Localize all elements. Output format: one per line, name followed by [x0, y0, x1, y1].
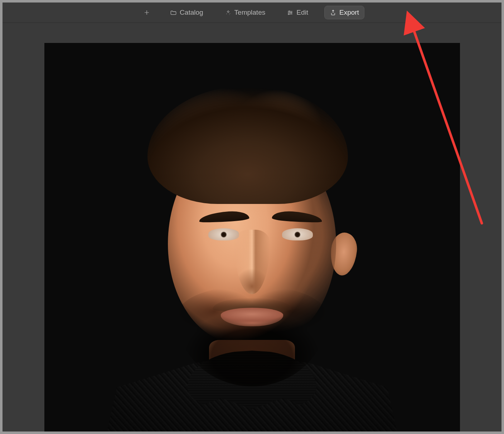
- svg-point-5: [288, 14, 289, 15]
- app-frame: Catalog Templates: [3, 3, 501, 431]
- svg-point-0: [226, 13, 227, 14]
- catalog-label: Catalog: [180, 9, 203, 16]
- export-button[interactable]: Export: [325, 6, 364, 19]
- photo-preview[interactable]: [44, 43, 460, 431]
- portrait-eye-right: [282, 228, 313, 240]
- plus-icon: [144, 9, 150, 16]
- edit-button[interactable]: Edit: [282, 6, 313, 19]
- portrait-eye-left: [208, 228, 239, 240]
- svg-point-1: [229, 13, 230, 14]
- edit-label: Edit: [296, 9, 308, 16]
- svg-point-3: [289, 11, 290, 12]
- canvas-area: [3, 23, 501, 431]
- svg-point-4: [291, 12, 292, 13]
- folder-icon: [170, 9, 177, 16]
- templates-button[interactable]: Templates: [220, 6, 271, 19]
- top-toolbar: Catalog Templates: [3, 3, 501, 23]
- svg-point-2: [229, 14, 229, 15]
- sliders-icon: [287, 9, 294, 16]
- add-button[interactable]: [140, 7, 154, 18]
- catalog-button[interactable]: Catalog: [165, 6, 208, 19]
- export-icon: [330, 9, 336, 16]
- templates-label: Templates: [234, 9, 266, 16]
- sparkles-icon: [225, 9, 232, 16]
- portrait-hair: [147, 86, 348, 204]
- export-label: Export: [339, 9, 359, 16]
